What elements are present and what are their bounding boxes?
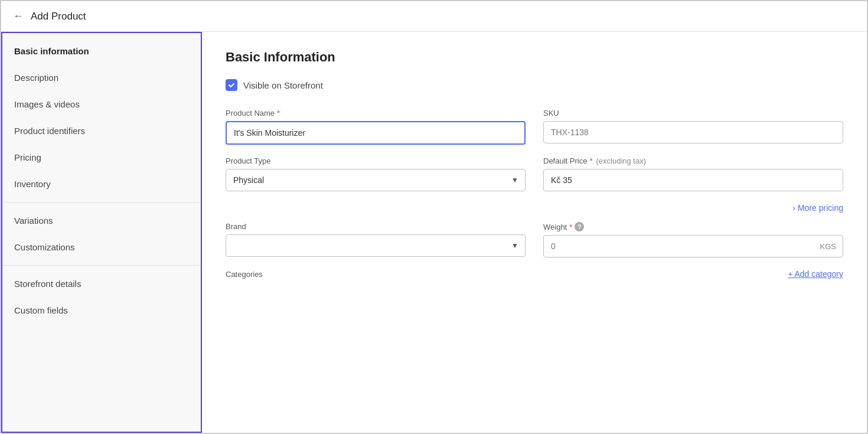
product-name-label: Product Name * (226, 109, 526, 118)
sku-label: SKU (543, 109, 843, 118)
product-type-label: Product Type (226, 156, 526, 165)
default-price-required: * (589, 156, 592, 165)
section-title: Basic Information (226, 50, 843, 65)
brand-select-wrapper: ▼ (226, 234, 526, 257)
visible-on-storefront-row: Visible on Storefront (226, 79, 843, 91)
default-price-label: Default Price * (excluding tax) (543, 156, 843, 165)
weight-input-wrapper: KGS (543, 235, 843, 257)
product-type-select-wrapper: Physical Digital Gift Certificate ▼ (226, 169, 526, 191)
default-price-group: Default Price * (excluding tax) (543, 156, 843, 191)
sidebar-item-basic-information[interactable]: Basic information (2, 38, 201, 64)
product-type-select[interactable]: Physical Digital Gift Certificate (226, 169, 526, 191)
categories-label: Categories (226, 270, 263, 279)
brand-label: Brand (226, 222, 526, 231)
default-price-input-wrapper (543, 169, 843, 191)
sidebar-item-pricing[interactable]: Pricing (2, 144, 201, 171)
brand-select[interactable] (226, 234, 526, 257)
brand-group: Brand ▼ (226, 222, 526, 257)
sidebar-item-variations[interactable]: Variations (2, 207, 201, 234)
sku-input[interactable] (543, 121, 843, 143)
weight-label: Weight * ? (543, 222, 843, 231)
product-type-group: Product Type Physical Digital Gift Certi… (226, 156, 526, 191)
main-layout: Basic information Description Images & v… (1, 32, 867, 433)
checkmark-icon (228, 81, 235, 89)
weight-input[interactable] (543, 235, 843, 257)
weight-unit-label: KGS (820, 242, 836, 251)
sidebar-item-inventory[interactable]: Inventory (2, 171, 201, 197)
add-category-label: + Add category (788, 269, 843, 279)
sidebar-item-customizations[interactable]: Customizations (2, 234, 201, 260)
back-arrow-icon: ← (13, 10, 24, 22)
form-row-2: Product Type Physical Digital Gift Certi… (226, 156, 843, 191)
product-name-group: Product Name * (226, 109, 526, 145)
product-name-input[interactable] (226, 121, 526, 145)
sidebar-item-images-videos[interactable]: Images & videos (2, 91, 201, 118)
sidebar-item-storefront-details[interactable]: Storefront details (2, 270, 201, 297)
sidebar-item-product-identifiers[interactable]: Product identifiers (2, 118, 201, 144)
sidebar: Basic information Description Images & v… (1, 32, 202, 433)
categories-row: Categories + Add category (226, 269, 843, 279)
more-pricing-label: More pricing (798, 203, 843, 213)
sidebar-item-description[interactable]: Description (2, 64, 201, 91)
sidebar-group-1: Basic information Description Images & v… (2, 33, 201, 203)
sku-group: SKU (543, 109, 843, 145)
visible-on-storefront-label: Visible on Storefront (243, 80, 323, 90)
weight-required: * (569, 223, 572, 231)
sidebar-group-2: Variations Customizations (2, 203, 201, 266)
sidebar-group-3: Storefront details Custom fields (2, 266, 201, 328)
more-pricing-chevron-icon: › (792, 203, 795, 213)
content-area: Basic Information Visible on Storefront … (202, 32, 867, 433)
page-title: Add Product (31, 11, 86, 22)
add-category-link[interactable]: + Add category (788, 269, 843, 279)
more-pricing-row: › More pricing (226, 203, 843, 213)
weight-group: Weight * ? KGS (543, 222, 843, 257)
product-name-required: * (277, 109, 280, 118)
weight-help-icon[interactable]: ? (575, 222, 584, 231)
form-row-1: Product Name * SKU (226, 109, 843, 145)
back-button[interactable]: ← (13, 10, 24, 22)
more-pricing-link[interactable]: › More pricing (792, 203, 843, 213)
form-row-3: Brand ▼ Weight * ? (226, 222, 843, 257)
app-container: ← Add Product Basic information Descript… (0, 0, 868, 434)
header: ← Add Product (1, 1, 867, 32)
sidebar-item-custom-fields[interactable]: Custom fields (2, 297, 201, 324)
visible-on-storefront-checkbox[interactable] (226, 79, 237, 91)
default-price-input[interactable] (543, 169, 843, 191)
